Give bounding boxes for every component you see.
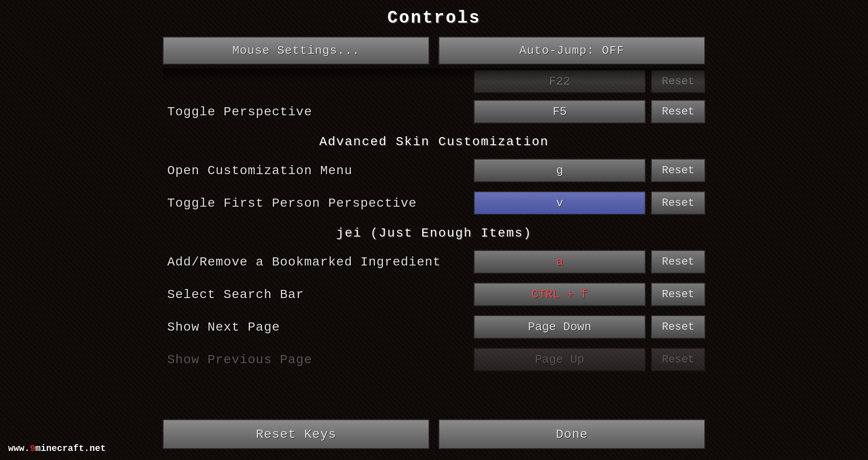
watermark: www.9minecraft.net xyxy=(8,443,106,454)
add-remove-bookmark-key[interactable]: a xyxy=(474,250,646,274)
add-remove-bookmark-reset[interactable]: Reset xyxy=(651,250,705,274)
toggle-first-person-row: Toggle First Person Perspective v Reset xyxy=(163,188,705,218)
jei-header: jei (Just Enough Items) xyxy=(163,220,705,247)
partial-bottom-key[interactable]: Page Up xyxy=(474,348,646,371)
watermark-www: www. xyxy=(8,443,30,454)
select-search-bar-label: Select Search Bar xyxy=(163,288,474,302)
content-area: F22 Reset Toggle Perspective F5 Reset Ad… xyxy=(163,68,705,415)
bottom-buttons-row: Reset Keys Done xyxy=(163,419,705,449)
show-next-page-label: Show Next Page xyxy=(163,320,474,334)
top-buttons-row: Mouse Settings... Auto-Jump: OFF xyxy=(163,37,705,65)
show-next-page-key[interactable]: Page Down xyxy=(474,315,646,339)
partial-bottom-reset[interactable]: Reset xyxy=(651,348,705,371)
open-customization-reset[interactable]: Reset xyxy=(651,159,705,182)
advanced-skin-header: Advanced Skin Customization xyxy=(163,129,705,155)
add-remove-bookmark-label: Add/Remove a Bookmarked Ingredient xyxy=(163,255,474,269)
select-search-bar-reset[interactable]: Reset xyxy=(651,283,705,306)
partial-top-key[interactable]: F22 xyxy=(474,70,646,93)
page-title: Controls xyxy=(387,8,481,28)
toggle-perspective-label: Toggle Perspective xyxy=(163,105,474,119)
show-next-page-row: Show Next Page Page Down Reset xyxy=(163,312,705,342)
mouse-settings-button[interactable]: Mouse Settings... xyxy=(163,37,429,65)
toggle-perspective-key[interactable]: F5 xyxy=(474,100,646,123)
open-customization-key[interactable]: g xyxy=(474,159,646,182)
toggle-first-person-key[interactable]: v xyxy=(474,191,646,215)
reset-keys-button[interactable]: Reset Keys xyxy=(163,419,429,449)
rows-container: F22 Reset Toggle Perspective F5 Reset Ad… xyxy=(163,68,705,381)
select-search-bar-row: Select Search Bar CTRL + f Reset xyxy=(163,279,705,310)
auto-jump-button[interactable]: Auto-Jump: OFF xyxy=(439,37,705,65)
select-search-bar-key[interactable]: CTRL + f xyxy=(474,283,646,306)
partial-top-reset[interactable]: Reset xyxy=(651,70,705,93)
toggle-first-person-label: Toggle First Person Perspective xyxy=(163,196,474,210)
toggle-perspective-row: Toggle Perspective F5 Reset xyxy=(163,96,705,127)
partial-bottom-label: Show Previous Page xyxy=(163,353,474,367)
watermark-mc: minecraft.net xyxy=(35,443,106,454)
watermark-nine: 9 xyxy=(30,443,35,454)
add-remove-bookmark-row: Add/Remove a Bookmarked Ingredient a Res… xyxy=(163,247,705,277)
toggle-first-person-reset[interactable]: Reset xyxy=(651,191,705,215)
main-container: Controls Mouse Settings... Auto-Jump: OF… xyxy=(95,0,773,460)
show-next-page-reset[interactable]: Reset xyxy=(651,315,705,339)
done-button[interactable]: Done xyxy=(439,419,705,449)
toggle-perspective-reset[interactable]: Reset xyxy=(651,100,705,123)
partial-bottom-row: Show Previous Page Page Up Reset xyxy=(163,344,705,375)
open-customization-row: Open Customization Menu g Reset xyxy=(163,155,705,186)
partial-top-row: F22 Reset xyxy=(163,68,705,95)
open-customization-label: Open Customization Menu xyxy=(163,164,474,178)
